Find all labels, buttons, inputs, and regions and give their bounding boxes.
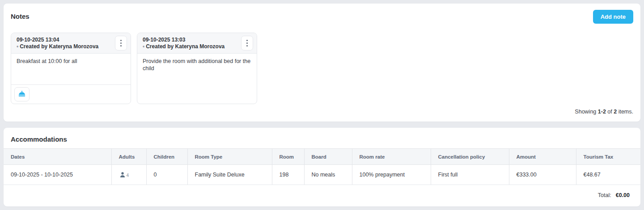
- column-header-tourism-tax: Tourism Tax: [576, 149, 640, 165]
- cell-children: 0: [146, 165, 187, 185]
- bullet-icon: •: [143, 43, 144, 50]
- notes-panel: Notes Add note 09-10-2025 13:04 •Created…: [4, 4, 640, 122]
- note-card: 09-10-2025 13:04 •Created by Kateryna Mo…: [11, 33, 131, 104]
- total-label: Total:: [598, 192, 611, 198]
- total-line: Total:€0.00: [598, 192, 630, 198]
- cell-cancellation-policy: First full: [431, 165, 509, 185]
- note-card-header: 09-10-2025 13:03 •Created by Kateryna Mo…: [137, 33, 257, 54]
- column-header-amount: Amount: [509, 149, 576, 165]
- bullet-icon: •: [17, 43, 18, 50]
- column-header-room-rate: Room rate: [352, 149, 431, 165]
- note-datetime: 09-10-2025 13:03: [143, 37, 225, 43]
- accommodations-title: Accommodations: [11, 135, 67, 143]
- note-created-by: •Created by Kateryna Morozova: [17, 43, 98, 50]
- kebab-menu-icon: [246, 40, 248, 46]
- note-body-text: Provide the room with additional bed for…: [137, 54, 257, 104]
- cell-dates: 09-10-2025 - 10-10-2025: [4, 165, 111, 185]
- note-card-meta: 09-10-2025 13:03 •Created by Kateryna Mo…: [143, 37, 225, 50]
- note-datetime: 09-10-2025 13:04: [17, 37, 98, 43]
- accommodations-header: Accommodations: [4, 128, 640, 148]
- total-value: €0.00: [616, 192, 630, 198]
- person-icon: [119, 171, 126, 178]
- column-header-adults: Adults: [111, 149, 146, 165]
- note-menu-button[interactable]: [115, 36, 127, 50]
- cell-tourism-tax: €48.67: [576, 165, 640, 185]
- add-note-button[interactable]: Add note: [593, 10, 633, 24]
- cell-room-type: Family Suite Deluxe: [187, 165, 272, 185]
- column-header-dates: Dates: [4, 149, 111, 165]
- column-header-children: Children: [146, 149, 187, 165]
- cell-board: No meals: [304, 165, 352, 185]
- notes-pagination-summary: Showing 1-2 of 2 items.: [575, 109, 633, 115]
- column-header-room-type: Room Type: [187, 149, 272, 165]
- note-created-by: •Created by Kateryna Morozova: [143, 43, 225, 50]
- note-menu-button[interactable]: [241, 36, 253, 50]
- adults-count: 4: [127, 173, 129, 178]
- cell-amount: €333.00: [509, 165, 576, 185]
- room-service-button[interactable]: [14, 87, 30, 101]
- cell-room: 198: [272, 165, 304, 185]
- note-footer: [11, 84, 131, 104]
- note-card-header: 09-10-2025 13:04 •Created by Kateryna Mo…: [11, 33, 131, 54]
- column-header-cancellation-policy: Cancellation policy: [431, 149, 509, 165]
- column-header-board: Board: [304, 149, 352, 165]
- table-row: 09-10-2025 - 10-10-2025 4 0 Family Suite…: [4, 165, 640, 185]
- notes-cards-row: 09-10-2025 13:04 •Created by Kateryna Mo…: [4, 24, 640, 104]
- notes-title: Notes: [11, 13, 30, 20]
- accommodations-panel: Accommodations Dates Adults Children Roo…: [4, 128, 640, 206]
- note-card: 09-10-2025 13:03 •Created by Kateryna Mo…: [137, 33, 257, 104]
- table-header-row: Dates Adults Children Room Type Room Boa…: [4, 149, 640, 165]
- notes-panel-header: Notes Add note: [4, 4, 640, 24]
- cloche-icon: [17, 90, 26, 99]
- note-card-meta: 09-10-2025 13:04 •Created by Kateryna Mo…: [17, 37, 98, 50]
- cell-room-rate: 100% prepayment: [352, 165, 431, 185]
- accommodations-table: Dates Adults Children Room Type Room Boa…: [4, 148, 640, 185]
- cell-adults: 4: [111, 165, 146, 185]
- kebab-menu-icon: [120, 40, 122, 46]
- column-header-room: Room: [272, 149, 304, 165]
- note-body-text: Breakfast at 10:00 for all: [11, 54, 131, 84]
